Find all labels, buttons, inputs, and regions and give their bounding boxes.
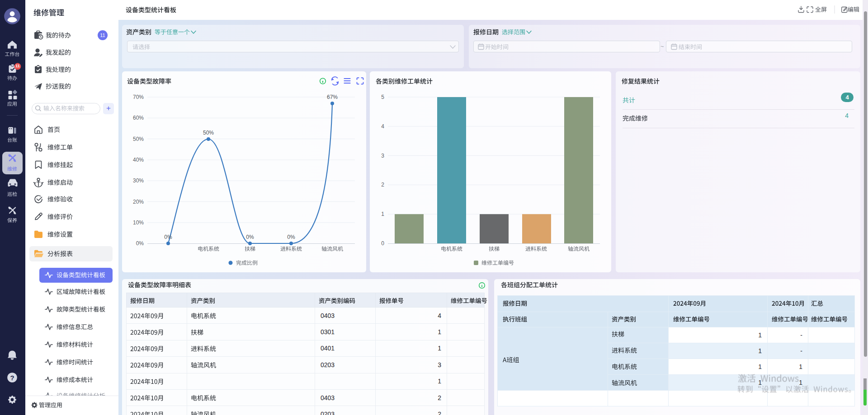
svg-text:67%: 67% bbox=[327, 94, 338, 100]
svg-text:40%: 40% bbox=[133, 157, 144, 163]
svg-text:2: 2 bbox=[381, 182, 384, 188]
svg-text:0: 0 bbox=[381, 240, 384, 247]
svg-text:0%: 0% bbox=[287, 234, 295, 240]
svg-text:3: 3 bbox=[381, 153, 384, 159]
svg-text:0%: 0% bbox=[136, 240, 144, 247]
svg-text:5: 5 bbox=[381, 94, 384, 100]
svg-text:30%: 30% bbox=[133, 177, 144, 184]
svg-text:70%: 70% bbox=[133, 94, 144, 100]
svg-text:50%: 50% bbox=[133, 136, 144, 142]
svg-text:60%: 60% bbox=[133, 115, 144, 121]
svg-text:10%: 10% bbox=[133, 219, 144, 226]
svg-text:0%: 0% bbox=[164, 234, 172, 240]
svg-text:1: 1 bbox=[381, 211, 384, 217]
svg-text:0%: 0% bbox=[246, 234, 254, 240]
svg-text:50%: 50% bbox=[203, 130, 214, 136]
svg-text:20%: 20% bbox=[133, 199, 144, 205]
svg-text:4: 4 bbox=[381, 123, 384, 130]
